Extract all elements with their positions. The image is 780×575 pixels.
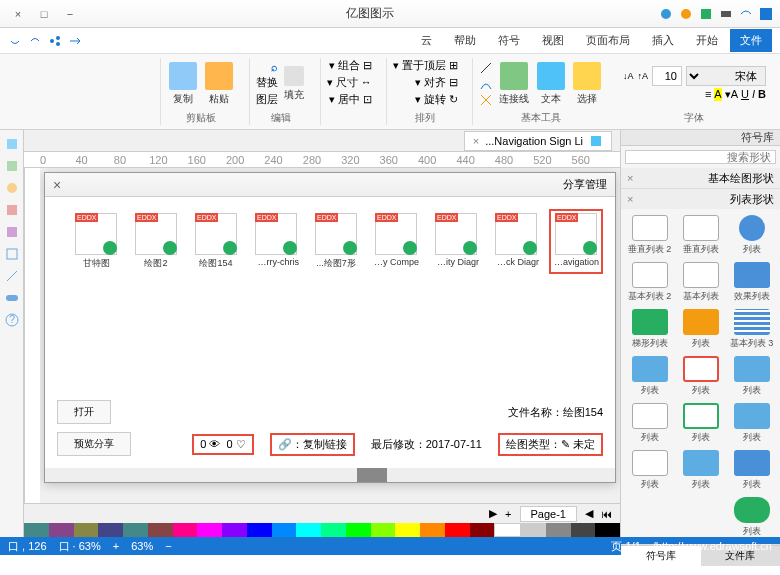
x-icon[interactable] (479, 93, 493, 107)
italic-button[interactable]: I (752, 88, 755, 101)
close-button[interactable]: × (6, 5, 30, 23)
align-icon[interactable]: ≡ (705, 88, 711, 101)
page-tab[interactable]: Page-1 (520, 506, 577, 522)
close-icon[interactable]: × (53, 177, 61, 193)
info-link[interactable]: 复制链接：🔗 (270, 433, 355, 456)
close-icon[interactable]: × (473, 135, 479, 147)
underline-button[interactable]: U (741, 88, 749, 101)
close-icon[interactable]: × (627, 193, 633, 205)
shape-item[interactable]: 列表 (627, 356, 672, 397)
shape-item[interactable]: 效果列表 (729, 262, 774, 303)
line-icon[interactable] (479, 61, 493, 75)
file-item[interactable]: EDDX绘图2 (129, 209, 183, 274)
tab-cloud[interactable]: 云 (411, 29, 442, 52)
tool-icon[interactable]: ? (4, 312, 20, 328)
shape-item[interactable]: 梯形列表 (627, 309, 672, 350)
rotate-button[interactable]: ↻ 旋转 ▾ (415, 92, 458, 107)
color-palette[interactable] (24, 523, 620, 537)
tab-insert[interactable]: 插入 (642, 29, 684, 52)
tool-icon[interactable] (4, 290, 20, 306)
file-item[interactable]: EDDXCity Compe... (369, 209, 423, 274)
font-inc-icon[interactable]: A↑ (637, 71, 648, 81)
help-icon[interactable] (658, 6, 674, 22)
shape-item[interactable]: 基本列表 2 (627, 262, 672, 303)
shape-item[interactable]: 列表 (678, 309, 723, 350)
tool-icon[interactable] (4, 158, 20, 174)
center-button[interactable]: ⊡ 居中 ▾ (329, 92, 372, 107)
tool-icon[interactable] (4, 180, 20, 196)
edit-icon[interactable]: ✎ (561, 438, 570, 450)
tool-icon[interactable] (4, 224, 20, 240)
copy-button[interactable]: 复制 (167, 60, 199, 108)
shape-item[interactable]: 列表 (729, 497, 774, 538)
align-button[interactable]: ⊟ 对齐 ▾ (415, 75, 458, 90)
layer-button[interactable]: 图层 (256, 92, 278, 107)
section-header-1[interactable]: 基本绘图形状× (621, 168, 780, 188)
size-button[interactable]: ↔ 尺寸 ▾ (327, 75, 372, 90)
tab-help[interactable]: 帮助 (444, 29, 486, 52)
tab-file[interactable]: 文件 (730, 29, 772, 52)
scrollbar-thumb[interactable] (357, 468, 387, 482)
zoom-in-icon[interactable]: + (113, 540, 119, 552)
curve-icon[interactable] (479, 77, 493, 91)
shape-item[interactable]: 列表 (678, 403, 723, 444)
zoom-out-icon[interactable]: − (165, 540, 171, 552)
tab-view[interactable]: 视图 (532, 29, 574, 52)
paste-button[interactable]: 粘贴 (203, 60, 235, 108)
open-button[interactable]: 打开 (57, 400, 111, 424)
shape-item[interactable]: 列表 (678, 356, 723, 397)
shape-item[interactable]: 基本列表 (678, 262, 723, 303)
add-page-icon[interactable]: + (505, 508, 511, 520)
group-button[interactable]: ⊞ 置于顶层 ▾ (393, 58, 458, 73)
minimize-button[interactable]: − (58, 5, 82, 23)
shape-item[interactable]: 列表 (627, 450, 672, 491)
undo-icon[interactable] (738, 6, 754, 22)
search-input[interactable] (625, 150, 776, 164)
ungroup-button[interactable]: ⊟ 组合 ▾ (329, 58, 372, 73)
file-item[interactable]: EDDXNavigation ... (549, 209, 603, 274)
replace-button[interactable]: 替换 (256, 75, 278, 90)
undo2-icon[interactable] (28, 34, 42, 48)
canvas[interactable]: 分享管理 × EDDXNavigation ... EDDXRack Diagr… (40, 168, 620, 503)
export-icon[interactable] (698, 6, 714, 22)
highlight-icon[interactable]: A (714, 88, 721, 101)
print-icon[interactable] (718, 6, 734, 22)
shape-item[interactable]: 列表 (729, 403, 774, 444)
file-item[interactable]: EDDXmerry-chris... (249, 209, 303, 274)
nav-next-icon[interactable]: ▶ (489, 507, 497, 520)
shape-item[interactable]: 列表 (678, 450, 723, 491)
file-item[interactable]: EDDX甘特图 (69, 209, 123, 274)
share-icon[interactable] (48, 34, 62, 48)
select-button[interactable]: 选择 (571, 60, 603, 108)
tool-icon[interactable] (4, 136, 20, 152)
tab-home[interactable]: 开始 (686, 29, 728, 52)
save-icon[interactable] (758, 6, 774, 22)
shape-item[interactable]: 垂直列表 (678, 215, 723, 256)
close-icon[interactable]: × (627, 172, 633, 184)
shape-item[interactable]: 列表 (627, 403, 672, 444)
file-item[interactable]: EDDX绘图7形... (309, 209, 363, 274)
tab-page[interactable]: 页面布局 (576, 29, 640, 52)
maximize-button[interactable]: □ (32, 5, 56, 23)
arrow-icon[interactable] (68, 34, 82, 48)
tool-icon[interactable] (4, 202, 20, 218)
fill-button[interactable]: 填充 (282, 64, 306, 104)
font-dec-icon[interactable]: A↓ (623, 71, 634, 81)
doc-tab[interactable]: Navigation Sign Li... × (464, 131, 612, 151)
connect-button[interactable]: 连接线 (497, 60, 531, 108)
font-size-input[interactable] (652, 66, 682, 86)
find-button[interactable]: ⌕ (256, 61, 278, 73)
cloud-icon[interactable] (678, 6, 694, 22)
nav-prev-icon[interactable]: ◀ (585, 507, 593, 520)
shape-item[interactable]: 列表 (729, 215, 774, 256)
tool-icon[interactable] (4, 268, 20, 284)
file-item[interactable]: EDDX绘图154 (189, 209, 243, 274)
tool-icon[interactable] (4, 246, 20, 262)
nav-first-icon[interactable]: ⏮ (601, 508, 612, 520)
shape-item[interactable]: 列表 (729, 356, 774, 397)
bold-button[interactable]: B (758, 88, 766, 101)
tab-symbol[interactable]: 符号 (488, 29, 530, 52)
file-item[interactable]: EDDXCity Diagr... (429, 209, 483, 274)
font-color-icon[interactable]: A▾ (725, 88, 738, 101)
redo-icon[interactable] (8, 34, 22, 48)
